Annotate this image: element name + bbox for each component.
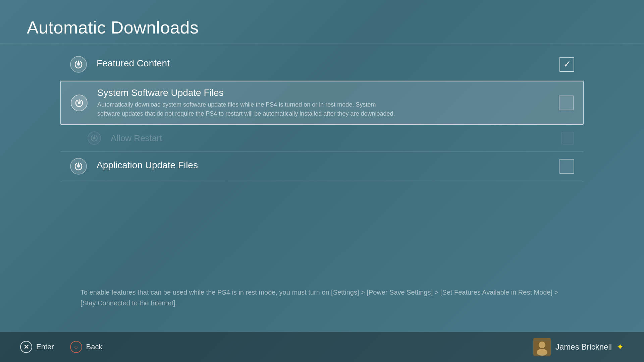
setting-row-allow-restart[interactable]: Allow Restart <box>60 125 584 151</box>
o-button-icon[interactable]: ○ <box>70 341 82 353</box>
featured-content-checkbox[interactable]: ✓ <box>559 57 574 72</box>
avatar <box>533 338 551 356</box>
system-software-icon <box>70 94 88 112</box>
x-button-icon[interactable]: ✕ <box>20 341 32 353</box>
application-update-icon <box>70 158 87 175</box>
back-control: ○ Back <box>70 341 103 353</box>
allow-restart-label: Allow Restart <box>111 133 561 143</box>
svg-point-10 <box>537 349 547 356</box>
allow-restart-icon <box>87 131 101 145</box>
enter-label: Enter <box>36 343 54 351</box>
system-software-description: Automatically download system software u… <box>97 100 399 118</box>
divider-3 <box>60 181 584 181</box>
checkmark-icon: ✓ <box>563 60 571 69</box>
bottom-controls: ✕ Enter ○ Back <box>20 341 103 353</box>
setting-row-system-software[interactable]: System Software Update Files Automatical… <box>60 81 584 125</box>
featured-content-text: Featured Content <box>97 58 559 71</box>
featured-content-icon <box>70 56 87 73</box>
ps-plus-icon: ✦ <box>616 342 624 352</box>
footer-text: To enable features that can be used whil… <box>80 287 564 308</box>
allow-restart-content: Allow Restart <box>111 133 561 143</box>
back-label: Back <box>86 343 103 351</box>
user-info: James Bricknell ✦ <box>533 338 624 356</box>
user-name: James Bricknell <box>555 342 612 352</box>
application-update-content: Application Update Files <box>97 160 559 173</box>
setting-row-application-update[interactable]: Application Update Files <box>60 152 584 181</box>
page-title: Automatic Downloads <box>27 17 199 38</box>
featured-content-label: Featured Content <box>97 58 559 69</box>
system-software-label: System Software Update Files <box>97 87 559 98</box>
allow-restart-checkbox[interactable] <box>561 132 574 144</box>
settings-list: Featured Content ✓ System Software Updat… <box>60 50 584 181</box>
svg-point-9 <box>539 342 545 348</box>
system-software-content: System Software Update Files Automatical… <box>97 87 559 118</box>
system-software-checkbox[interactable] <box>559 96 574 110</box>
application-update-checkbox[interactable] <box>559 159 574 174</box>
enter-control: ✕ Enter <box>20 341 54 353</box>
bottom-bar: ✕ Enter ○ Back James Bricknell ✦ <box>0 332 644 362</box>
title-divider <box>0 44 644 44</box>
setting-row-featured-content[interactable]: Featured Content ✓ <box>60 50 584 79</box>
application-update-label: Application Update Files <box>97 160 559 171</box>
